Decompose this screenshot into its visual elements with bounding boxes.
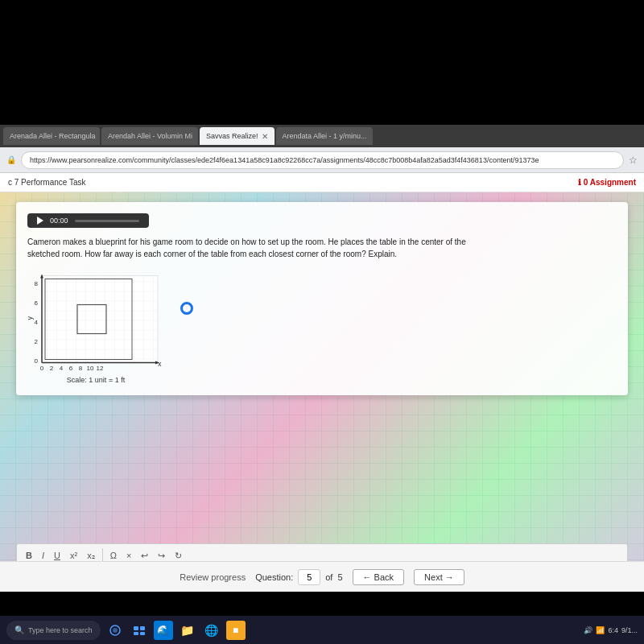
taskbar-search-text: Type here to search [28,626,93,634]
svg-rect-26 [134,632,138,635]
assignment-icon: ℹ [578,178,581,187]
bold-button[interactable]: B [23,549,35,562]
selection-indicator[interactable] [180,302,193,315]
url-input[interactable]: https://www.pearsonrealize.com/community… [21,151,624,169]
redo-button[interactable]: ↪ [155,549,167,563]
scale-label: Scale: 1 unit = 1 ft [67,376,125,384]
edge-icon[interactable]: 🌊 [154,621,173,640]
cortana-svg [109,624,122,637]
video-progress-bar[interactable] [75,220,139,222]
svg-text:2: 2 [35,338,39,345]
close-icon[interactable]: ✕ [262,132,268,141]
task-view-svg [133,624,146,637]
svg-text:4: 4 [35,319,39,326]
volume-icon: 📶 [596,626,605,634]
tab-label-2: Arendah Allei - Volumin Mi [108,132,192,140]
page-title-bar: c 7 Performance Task ℹ 0 Assignment [0,173,644,192]
of-label: of [325,572,332,582]
graph-svg: 8 6 4 2 0 y 0 2 4 6 8 [27,270,164,374]
chrome-icon[interactable]: 🌐 [202,621,221,640]
tab-label-1: Arenada Allei - Rectangula [10,132,96,140]
bookmark-icon[interactable]: ☆ [629,155,638,166]
svg-text:6: 6 [69,365,73,372]
black-top-bar [0,0,644,125]
total-questions: 5 [337,572,342,582]
store-icon[interactable]: ■ [226,621,246,640]
tab-inactive-1[interactable]: Arenada Allei - Rectangula [3,127,100,145]
search-icon: 🔍 [14,625,24,634]
coordinate-graph: 8 6 4 2 0 y 0 2 4 6 8 [27,270,164,374]
tab-inactive-3[interactable]: Arendata Allei - 1 y/minu... [276,127,373,145]
superscript-button[interactable]: x² [68,549,80,562]
tab-label-active: Savvas Realize! [206,132,258,140]
next-button[interactable]: Next → [414,569,464,585]
graph-section: 8 6 4 2 0 y 0 2 4 6 8 [27,270,617,384]
video-player[interactable]: 00:00 [27,213,149,228]
review-progress-button[interactable]: Review progress [180,572,246,582]
content-card: 00:00 Cameron makes a blueprint for his … [16,202,628,395]
back-button[interactable]: ← Back [353,569,405,585]
svg-rect-24 [134,626,138,630]
taskbar-search[interactable]: 🔍 Type here to search [6,621,101,640]
italic-button[interactable]: I [39,549,47,562]
svg-text:10: 10 [87,365,94,372]
svg-point-23 [113,628,118,633]
svg-text:0: 0 [40,365,44,372]
page-title: c 7 Performance Task [8,178,86,187]
svg-text:8: 8 [35,280,39,287]
question-number-input[interactable] [298,569,320,585]
tab-bar: Arenada Allei - Rectangula Arendah Allei… [0,125,644,147]
date: 9/1... [621,626,638,634]
tab-inactive-2[interactable]: Arendah Allei - Volumin Mi [101,127,198,145]
system-tray: 🔊 📶 6:4 9/1... [584,626,638,634]
assignment-badge: ℹ 0 Assignment [578,178,636,187]
file-explorer-icon[interactable]: 📁 [178,621,197,640]
cortana-icon[interactable] [105,621,125,640]
subscript-button[interactable]: x₂ [85,549,97,563]
url-text: https://www.pearsonrealize.com/community… [30,156,539,164]
underline-button[interactable]: U [52,549,63,562]
question-navigator: Question: of 5 [255,569,342,585]
svg-text:2: 2 [50,365,54,372]
undo-button[interactable]: ↩ [138,549,151,563]
clock: 6:4 [608,626,618,634]
network-icon: 🔊 [584,626,592,634]
question-text: Cameron makes a blueprint for his game r… [27,236,494,260]
svg-rect-1 [42,276,158,363]
multiply-button[interactable]: × [124,549,134,562]
svg-text:x: x [158,360,162,368]
svg-text:y: y [27,316,34,320]
windows-taskbar: 🔍 Type here to search 🌊 📁 🌐 [0,616,644,644]
task-view-icon[interactable] [130,621,149,640]
svg-text:12: 12 [97,365,104,372]
browser-window: Arenada Allei - Rectangula Arendah Allei… [0,125,644,592]
bottom-nav-bar: Review progress Question: of 5 ← Back Ne… [0,561,644,592]
svg-text:4: 4 [60,365,64,372]
svg-rect-25 [140,626,145,630]
lock-icon: 🔒 [6,155,16,164]
content-area: 00:00 Cameron makes a blueprint for his … [0,192,644,592]
svg-text:0: 0 [35,357,39,365]
play-button[interactable] [37,217,43,225]
svg-rect-27 [140,632,145,635]
taskbar: 🔍 Type here to search 🌊 📁 🌐 [0,616,644,644]
svg-text:8: 8 [79,365,83,372]
question-label: Question: [255,572,293,582]
video-time: 00:00 [50,217,68,225]
tab-label-3: Arendata Allei - 1 y/minu... [283,132,367,140]
omega-button[interactable]: Ω [108,549,119,562]
address-bar: 🔒 https://www.pearsonrealize.com/communi… [0,147,644,173]
tab-active-savvas[interactable]: Savvas Realize! ✕ [200,127,275,145]
svg-text:6: 6 [35,299,39,307]
assignment-label: 0 Assignment [584,178,636,187]
refresh-button[interactable]: ↻ [172,549,184,563]
